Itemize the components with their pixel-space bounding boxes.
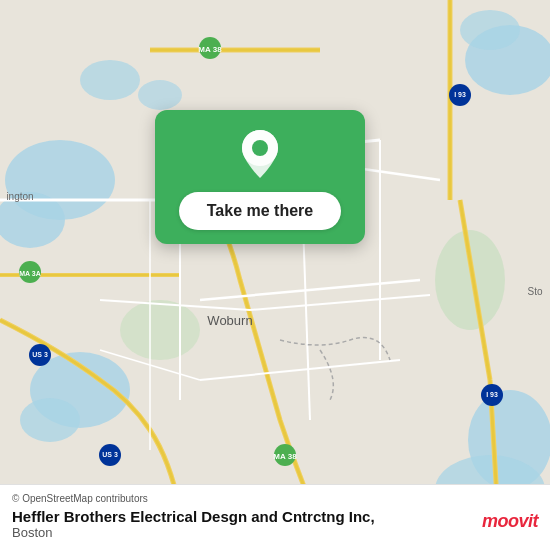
map-attribution: © OpenStreetMap contributors xyxy=(12,493,538,504)
svg-point-6 xyxy=(20,398,80,442)
svg-text:Woburn: Woburn xyxy=(207,313,252,328)
svg-point-10 xyxy=(138,80,182,110)
location-city: Boston xyxy=(12,525,538,540)
svg-point-53 xyxy=(252,140,268,156)
moovit-logo: moovit xyxy=(482,511,538,532)
map-pin-icon xyxy=(238,128,282,180)
svg-text:I 93: I 93 xyxy=(454,91,466,98)
svg-text:US 3: US 3 xyxy=(32,351,48,358)
map-background: MA 38 MA 38 I 93 I 93 US 3 US 3 MA 3A Wo… xyxy=(0,0,550,550)
location-name: Heffler Brothers Electrical Desgn and Cn… xyxy=(12,508,538,525)
bottom-info-bar: © OpenStreetMap contributors Heffler Bro… xyxy=(0,484,550,550)
svg-point-9 xyxy=(80,60,140,100)
svg-text:MA 3A: MA 3A xyxy=(19,270,41,277)
take-me-there-button[interactable]: Take me there xyxy=(179,192,341,230)
svg-point-4 xyxy=(460,10,520,50)
moovit-logo-text: moovit xyxy=(482,511,538,532)
location-card: Take me there xyxy=(155,110,365,244)
svg-text:I 93: I 93 xyxy=(486,391,498,398)
svg-text:ington: ington xyxy=(6,191,33,202)
svg-text:MA 38: MA 38 xyxy=(198,45,222,54)
svg-point-12 xyxy=(120,300,200,360)
svg-text:MA 38: MA 38 xyxy=(273,452,297,461)
svg-text:Sto: Sto xyxy=(527,286,542,297)
map-container: MA 38 MA 38 I 93 I 93 US 3 US 3 MA 3A Wo… xyxy=(0,0,550,550)
svg-text:US 3: US 3 xyxy=(102,451,118,458)
